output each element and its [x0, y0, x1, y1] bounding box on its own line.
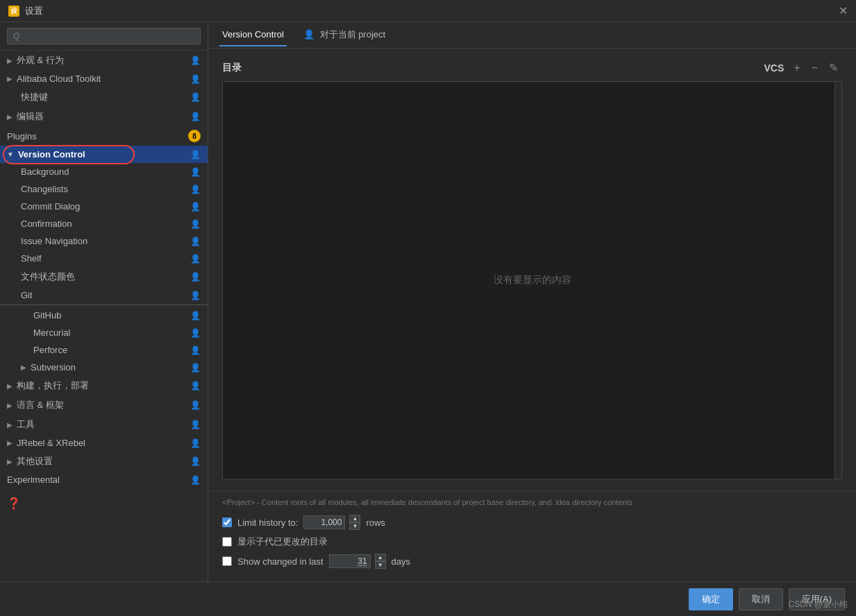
tab-project[interactable]: 👤 对于当前 project [301, 23, 388, 48]
sidebar-item-perforce[interactable]: Perforce 👤 [0, 341, 208, 359]
sidebar-item-appearance[interactable]: ▶ 外观 & 行为 👤 [0, 51, 208, 70]
person-icon: 👤 [190, 202, 201, 212]
window-title: 设置 [25, 5, 43, 17]
chevron-right-icon: ▶ [7, 402, 12, 409]
sidebar-item-experimental[interactable]: Experimental 👤 [0, 471, 208, 488]
sidebar-item-mercurial[interactable]: Mercurial 👤 [0, 324, 208, 341]
main-layout: ▶ 外观 & 行为 👤 ▶ Alibaba Cloud Toolkit 👤 快捷… [0, 22, 856, 581]
add-directory-button[interactable]: + [789, 60, 804, 76]
chevron-down-icon: ▼ [7, 151, 14, 158]
sidebar-item-plugins[interactable]: Plugins 8 [0, 126, 208, 146]
sidebar-item-shelf[interactable]: Shelf 👤 [0, 250, 208, 267]
sidebar-item-label: Perforce [33, 345, 67, 355]
cancel-button[interactable]: 取消 [739, 588, 783, 610]
sidebar-item-label: 其他设置 [17, 455, 53, 468]
show-descendants-label: 显示子代已更改的目录 [237, 536, 328, 548]
title-bar-left: 设 设置 [8, 5, 43, 17]
person-icon: 👤 [190, 237, 201, 246]
sidebar-item-label: Experimental [7, 474, 60, 485]
show-changed-option: Show changed in last ▲ ▼ days [222, 554, 842, 569]
show-changed-checkbox[interactable] [222, 556, 232, 566]
sidebar-item-background[interactable]: Background 👤 [0, 163, 208, 180]
sidebar-item-github[interactable]: GitHub 👤 [0, 307, 208, 324]
sidebar-item-label: Issue Navigation [21, 236, 87, 246]
sidebar-item-shortcut[interactable]: 快捷键 👤 [0, 87, 208, 107]
show-changed-decrement[interactable]: ▼ [375, 561, 386, 569]
show-changed-increment[interactable]: ▲ [375, 554, 386, 561]
help-icon[interactable]: ❓ [7, 497, 21, 510]
person-icon: 👤 [190, 74, 201, 84]
limit-history-input[interactable] [303, 515, 345, 529]
person-icon: 👤 [190, 420, 201, 429]
chevron-right-icon: ▶ [7, 75, 12, 83]
person-tab-icon: 👤 [303, 29, 314, 40]
show-changed-input[interactable] [329, 554, 371, 568]
person-icon: 👤 [190, 92, 201, 102]
search-box[interactable] [0, 22, 208, 51]
sidebar-item-changelists[interactable]: Changelists 👤 [0, 180, 208, 198]
chevron-right-icon: ▶ [21, 363, 26, 371]
watermark: CSDN @童小纯 [788, 599, 848, 610]
app-icon: 设 [8, 6, 19, 17]
sidebar-item-commit-dialog[interactable]: Commit Dialog 👤 [0, 198, 208, 215]
chevron-right-icon: ▶ [7, 113, 12, 121]
chevron-right-icon: ▶ [7, 439, 12, 447]
sidebar-item-tools[interactable]: ▶ 工具 👤 [0, 415, 208, 434]
show-descendants-checkbox[interactable] [222, 537, 232, 547]
sidebar-item-label: Confirmation [21, 219, 72, 229]
sidebar-item-confirmation[interactable]: Confirmation 👤 [0, 215, 208, 232]
limit-history-decrement[interactable]: ▼ [349, 522, 360, 530]
person-icon: 👤 [190, 475, 201, 485]
limit-history-checkbox[interactable] [222, 517, 232, 527]
show-changed-suffix: days [392, 556, 410, 567]
sidebar-item-label: 构建，执行，部署 [17, 379, 89, 392]
confirm-button[interactable]: 确定 [689, 588, 733, 610]
person-icon: 👤 [190, 219, 201, 229]
person-icon: 👤 [190, 254, 201, 264]
chevron-right-icon: ▶ [7, 458, 12, 465]
edit-directory-button[interactable]: ✎ [825, 60, 842, 76]
sidebar-item-label: 快捷键 [21, 91, 48, 103]
sidebar-item-editor[interactable]: ▶ 编辑器 👤 [0, 107, 208, 126]
tabs-bar: Version Control 👤 对于当前 project [208, 22, 856, 49]
table-header-right: VCS + − ✎ [764, 60, 842, 76]
sidebar-item-subversion[interactable]: ▶ Subversion 👤 [0, 359, 208, 376]
sidebar-item-label: 语言 & 框架 [17, 399, 64, 411]
tab-version-control[interactable]: Version Control [219, 24, 287, 46]
sidebar-item-git[interactable]: Git 👤 [0, 286, 208, 305]
sidebar-item-alibaba[interactable]: ▶ Alibaba Cloud Toolkit 👤 [0, 70, 208, 87]
search-input[interactable] [7, 28, 201, 44]
sidebar-item-label: Commit Dialog [21, 201, 80, 212]
limit-history-option: Limit history to: ▲ ▼ rows [222, 515, 842, 530]
sidebar-item-label: Version Control [18, 149, 85, 160]
close-button[interactable]: ✕ [839, 4, 848, 17]
limit-history-label: Limit history to: [237, 517, 298, 528]
sidebar-item-build[interactable]: ▶ 构建，执行，部署 👤 [0, 376, 208, 395]
sidebar-item-file-status-color[interactable]: 文件状态颜色 👤 [0, 267, 208, 286]
sidebar-item-label: GitHub [33, 310, 61, 320]
sidebar-item-label: Shelf [21, 253, 42, 264]
remove-directory-button[interactable]: − [807, 60, 822, 76]
limit-history-spinners: ▲ ▼ [349, 515, 360, 530]
chevron-right-icon: ▶ [7, 57, 12, 65]
project-info: <Project> - Content roots of all modules… [222, 498, 842, 506]
limit-history-increment[interactable]: ▲ [349, 515, 360, 522]
person-icon: 👤 [190, 291, 201, 300]
directory-column-label: 目录 [222, 62, 242, 74]
sidebar-item-label: JRebel & XRebel [17, 438, 85, 448]
sidebar-item-label: 工具 [17, 418, 35, 431]
content-area: 目录 VCS + − ✎ 没有要显示的内容 [208, 49, 856, 490]
sidebar-item-other-settings[interactable]: ▶ 其他设置 👤 [0, 452, 208, 471]
sidebar-item-label: Plugins [7, 131, 37, 142]
chevron-right-icon: ▶ [7, 421, 12, 429]
sidebar-item-issue-navigation[interactable]: Issue Navigation 👤 [0, 232, 208, 250]
person-icon: 👤 [190, 112, 201, 121]
sidebar-item-jrebel[interactable]: ▶ JRebel & XRebel 👤 [0, 434, 208, 452]
person-icon: 👤 [190, 272, 201, 282]
sidebar-item-language[interactable]: ▶ 语言 & 框架 👤 [0, 395, 208, 415]
person-icon: 👤 [190, 363, 201, 373]
person-icon: 👤 [190, 381, 201, 391]
sidebar-item-version-control[interactable]: ▼ Version Control 👤 [0, 146, 208, 163]
table-scrollbar[interactable] [834, 82, 841, 479]
person-icon: 👤 [190, 456, 201, 466]
